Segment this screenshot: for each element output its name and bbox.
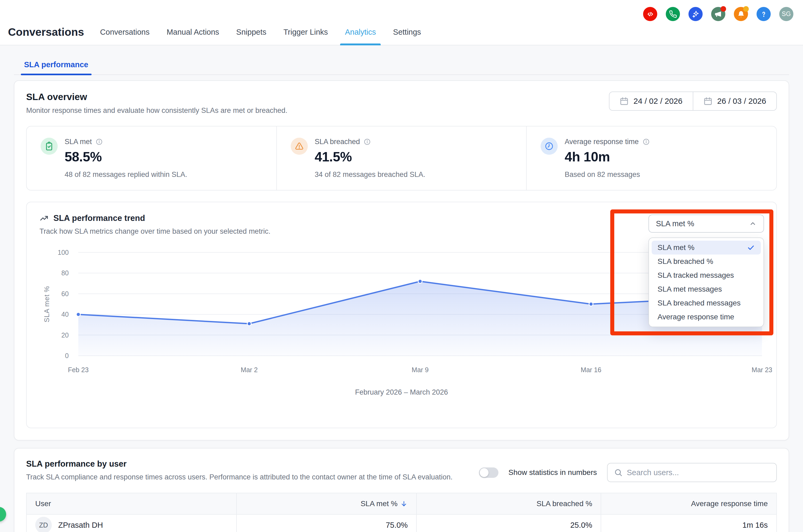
date-to-value: 26 / 03 / 2026 <box>717 97 766 106</box>
ai-sparkles-icon[interactable] <box>689 7 703 21</box>
stat-sla-met: SLA met 58.5% 48 of 82 messages replied … <box>27 127 276 190</box>
stat-label: Average response time <box>565 138 638 146</box>
svg-text:Mar 2: Mar 2 <box>241 366 258 374</box>
stat-sla-breached: SLA breached 41.5% 34 of 82 messages bre… <box>276 127 526 190</box>
date-from-value: 24 / 02 / 2026 <box>634 97 683 106</box>
trending-up-icon <box>39 214 49 223</box>
by-user-title: SLA performance by user <box>26 459 452 469</box>
toggle-label: Show statistics in numbers <box>508 468 597 477</box>
toggle-knob <box>480 468 488 477</box>
tab-analytics[interactable]: Analytics <box>344 19 377 45</box>
user-search <box>607 463 777 482</box>
svg-text:Feb 23: Feb 23 <box>68 366 89 374</box>
metric-dropdown-menu: SLA met % SLA breached % SLA tracked mes… <box>649 238 764 327</box>
clipboard-check-icon <box>41 138 58 155</box>
user-avatar[interactable]: SG <box>779 7 793 21</box>
tab-trigger-links[interactable]: Trigger Links <box>282 19 329 45</box>
menu-item-sla-met-messages[interactable]: SLA met messages <box>652 282 761 296</box>
stat-label: SLA breached <box>315 138 360 146</box>
developer-code-icon[interactable] <box>643 7 657 21</box>
date-from-field[interactable]: 24 / 02 / 2026 <box>610 92 693 110</box>
metric-dropdown-value: SLA met % <box>656 219 694 228</box>
stat-caption: 48 of 82 messages replied within SLA. <box>64 170 187 179</box>
date-range-picker: 24 / 02 / 2026 26 / 03 / 2026 <box>609 92 777 111</box>
sla-breached-value: 25.0% <box>416 514 601 532</box>
stat-value: 41.5% <box>315 149 425 165</box>
notifications-bell-icon[interactable] <box>734 7 748 21</box>
tab-snippets[interactable]: Snippets <box>235 19 267 45</box>
tab-manual-actions[interactable]: Manual Actions <box>166 19 220 45</box>
svg-text:60: 60 <box>61 290 69 298</box>
svg-text:SLA met %: SLA met % <box>43 286 51 322</box>
page-title: Conversations <box>8 26 84 38</box>
svg-text:Mar 16: Mar 16 <box>581 366 601 374</box>
show-statistics-toggle[interactable] <box>479 468 499 478</box>
top-bar: SG Conversations Conversations Manual Ac… <box>0 0 803 45</box>
bell-badge <box>743 6 749 12</box>
stat-caption: Based on 82 messages <box>565 170 650 179</box>
user-name: ZPrasath DH <box>58 521 103 530</box>
subtab-sla-performance[interactable]: SLA performance <box>21 60 92 74</box>
stat-value: 58.5% <box>64 149 187 165</box>
by-user-subtitle: Track SLA compliance and response times … <box>26 473 452 481</box>
sla-overview-subtitle: Monitor response times and evaluate how … <box>26 107 287 115</box>
sla-overview-card: SLA overview Monitor response times and … <box>14 80 789 440</box>
clock-icon <box>541 138 558 155</box>
table-row: ZD ZPrasath DH 75.0% 25.0% 1m 16s <box>26 514 777 532</box>
sla-user-table: User SLA met % SLA breached % Average re… <box>26 493 777 532</box>
calendar-icon <box>704 97 712 106</box>
column-header-sla-met[interactable]: SLA met % <box>237 493 416 514</box>
tab-conversations[interactable]: Conversations <box>99 19 151 45</box>
search-users-input[interactable] <box>627 468 770 477</box>
menu-item-average-response-time[interactable]: Average response time <box>652 310 761 324</box>
phone-icon[interactable] <box>666 7 680 21</box>
content-area: SLA performance SLA overview Monitor res… <box>0 60 803 532</box>
chart-caption: February 2026 – March 2026 <box>27 388 776 397</box>
stat-label: SLA met <box>64 138 92 146</box>
search-icon <box>614 468 622 477</box>
svg-text:Mar 23: Mar 23 <box>751 366 772 374</box>
sort-desc-arrow-icon <box>400 500 408 508</box>
menu-item-sla-tracked-messages[interactable]: SLA tracked messages <box>652 268 761 282</box>
menu-item-sla-breached-pct[interactable]: SLA breached % <box>652 254 761 268</box>
tab-settings[interactable]: Settings <box>392 19 422 45</box>
global-icon-row: SG <box>643 7 793 21</box>
stat-caption: 34 of 82 messages breached SLA. <box>315 170 425 179</box>
stat-avg-response-time: Average response time 4h 10m Based on 82… <box>526 127 776 190</box>
calendar-icon <box>620 97 629 106</box>
avatar: ZD <box>35 517 52 532</box>
svg-text:100: 100 <box>58 249 69 256</box>
check-icon <box>747 244 755 252</box>
sla-by-user-card: SLA performance by user Track SLA compli… <box>14 448 789 532</box>
avg-response-time-value: 1m 16s <box>601 514 777 532</box>
sla-trend-panel: SLA performance trend Track how SLA metr… <box>26 202 777 428</box>
main-nav: Conversations Manual Actions Snippets Tr… <box>99 19 422 45</box>
subtab-bar: SLA performance <box>14 60 789 75</box>
svg-text:80: 80 <box>61 269 69 277</box>
svg-text:Mar 9: Mar 9 <box>412 366 429 374</box>
menu-item-sla-met-pct[interactable]: SLA met % <box>652 241 761 254</box>
metric-dropdown-trigger[interactable]: SLA met % <box>649 214 764 233</box>
info-icon[interactable] <box>363 138 371 146</box>
sla-stats-strip: SLA met 58.5% 48 of 82 messages replied … <box>26 126 777 190</box>
menu-item-sla-breached-messages[interactable]: SLA breached messages <box>652 296 761 310</box>
svg-text:20: 20 <box>61 331 69 339</box>
megaphone-badge <box>721 6 726 12</box>
sla-overview-title: SLA overview <box>26 92 287 102</box>
svg-text:40: 40 <box>61 310 69 318</box>
sla-met-value: 75.0% <box>237 514 416 532</box>
column-header-avg-response-time[interactable]: Average response time <box>601 493 777 514</box>
column-header-sla-breached[interactable]: SLA breached % <box>416 493 601 514</box>
trend-title: SLA performance trend <box>53 213 145 223</box>
svg-text:0: 0 <box>65 352 69 359</box>
info-icon[interactable] <box>96 138 103 146</box>
help-icon[interactable] <box>757 7 771 21</box>
stat-value: 4h 10m <box>565 149 650 165</box>
date-to-field[interactable]: 26 / 03 / 2026 <box>693 92 777 110</box>
warning-triangle-icon <box>291 138 308 155</box>
info-icon[interactable] <box>642 138 650 146</box>
chevron-up-icon <box>749 220 757 227</box>
announcements-megaphone-icon[interactable] <box>711 7 725 21</box>
column-header-user[interactable]: User <box>26 493 237 514</box>
